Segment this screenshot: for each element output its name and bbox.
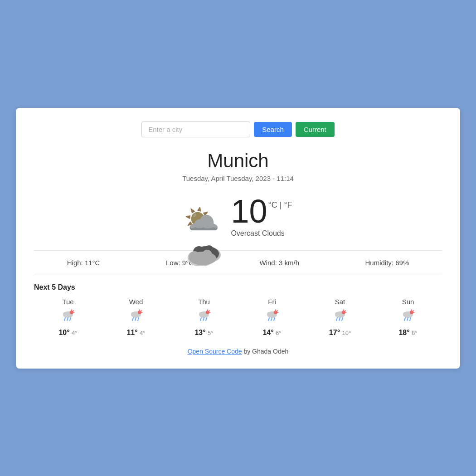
svg-line-66	[407, 318, 408, 321]
forecast-low: 8°	[412, 330, 417, 336]
forecast-day-name: Thu	[198, 298, 210, 306]
forecast-high: 11°	[126, 329, 137, 336]
svg-line-30	[141, 311, 142, 311]
forecast-high: 17°	[329, 329, 340, 336]
forecast-day-name: Sun	[402, 298, 414, 306]
open-source-link[interactable]: Open Source Code	[188, 348, 242, 355]
forecast-day-icon	[129, 308, 143, 326]
forecast-temps: 10° 4°	[58, 329, 77, 337]
svg-line-25	[132, 318, 133, 321]
svg-point-23	[131, 312, 136, 316]
forecast-temps: 14° 6°	[262, 329, 281, 337]
svg-line-55	[336, 318, 337, 321]
divider-2	[34, 275, 442, 275]
footer: Open Source Code by Ghada Odeh	[34, 348, 442, 355]
forecast-low: 4°	[72, 330, 77, 336]
forecast-low: 6°	[276, 330, 281, 336]
svg-line-65	[404, 318, 405, 321]
forecast-day-name: Sat	[335, 298, 345, 306]
forecast-temps: 18° 8°	[398, 329, 417, 337]
svg-line-37	[206, 318, 207, 321]
forecast-low: 10°	[342, 330, 351, 336]
forecast-day: Sat 17°	[306, 298, 374, 337]
stats-row: High: 11°C Low: 9°C Wind: 3 km/h Humidit…	[34, 259, 442, 267]
forecast-day-name: Tue	[62, 298, 73, 306]
forecast-day-icon	[265, 308, 279, 326]
svg-line-15	[64, 318, 65, 321]
svg-point-11	[202, 250, 212, 260]
forecast-day-icon	[401, 308, 415, 326]
forecast-day-icon	[61, 308, 75, 326]
search-row: Search Current	[34, 121, 442, 137]
search-button[interactable]: Search	[254, 122, 292, 137]
forecast-row: Tue 10°	[34, 298, 442, 337]
temp-units: °C | °F	[268, 200, 292, 210]
svg-line-36	[203, 318, 204, 321]
svg-line-50	[277, 311, 278, 311]
forecast-day: Tue 10°	[34, 298, 102, 337]
forecast-header: Next 5 Days	[34, 283, 442, 291]
svg-line-70	[413, 311, 414, 311]
svg-line-57	[342, 318, 343, 321]
city-name: Munich	[34, 150, 442, 172]
current-button[interactable]: Current	[296, 122, 335, 137]
svg-line-60	[345, 311, 346, 311]
svg-line-35	[200, 318, 201, 321]
weather-temp-block: 10 °C | °F Overcast Clouds	[231, 195, 292, 238]
svg-line-26	[135, 318, 136, 321]
forecast-low: 4°	[140, 330, 145, 336]
forecast-day-name: Wed	[129, 298, 143, 306]
svg-point-10	[189, 251, 200, 262]
svg-line-40	[209, 311, 210, 311]
svg-line-17	[70, 318, 71, 321]
temperature: 10	[231, 195, 267, 228]
footer-suffix: by Ghada Odeh	[242, 348, 289, 355]
svg-line-27	[138, 318, 139, 321]
svg-point-63	[403, 312, 408, 316]
search-input[interactable]	[141, 121, 250, 137]
forecast-day: Fri 14°	[238, 298, 306, 337]
svg-line-47	[274, 318, 275, 321]
svg-line-67	[410, 318, 411, 321]
weather-icon	[184, 203, 220, 230]
forecast-day: Sun 18°	[374, 298, 442, 337]
forecast-day-icon	[333, 308, 347, 326]
stat-wind: Wind: 3 km/h	[259, 259, 299, 267]
forecast-high: 13°	[194, 329, 205, 336]
forecast-day-icon	[197, 308, 211, 326]
divider-1	[34, 250, 442, 251]
weather-description: Overcast Clouds	[231, 229, 284, 238]
forecast-temps: 13° 5°	[194, 329, 213, 337]
svg-point-13	[63, 312, 68, 316]
forecast-temps: 11° 4°	[126, 329, 145, 337]
svg-line-16	[67, 318, 68, 321]
forecast-day: Thu 13°	[170, 298, 238, 337]
svg-point-53	[335, 312, 340, 316]
svg-line-46	[271, 318, 272, 321]
forecast-day-name: Fri	[268, 298, 276, 306]
forecast-high: 10°	[58, 329, 69, 336]
stat-high: High: 11°C	[67, 259, 100, 267]
date-time: Tuesday, April Tuesday, 2023 - 11:14	[34, 175, 442, 182]
stat-humidity: Humidity: 69%	[365, 259, 409, 267]
svg-line-56	[339, 318, 340, 321]
svg-line-45	[268, 318, 269, 321]
svg-point-43	[267, 312, 272, 316]
forecast-high: 18°	[398, 329, 409, 336]
forecast-day: Wed 11°	[102, 298, 170, 337]
svg-point-33	[199, 312, 204, 316]
forecast-high: 14°	[262, 329, 273, 336]
svg-line-20	[73, 311, 74, 311]
weather-main: 10 °C | °F Overcast Clouds	[34, 195, 442, 238]
forecast-low: 5°	[208, 330, 213, 336]
forecast-temps: 17° 10°	[329, 329, 351, 337]
weather-card: Search Current Munich Tuesday, April Tue…	[16, 108, 460, 369]
